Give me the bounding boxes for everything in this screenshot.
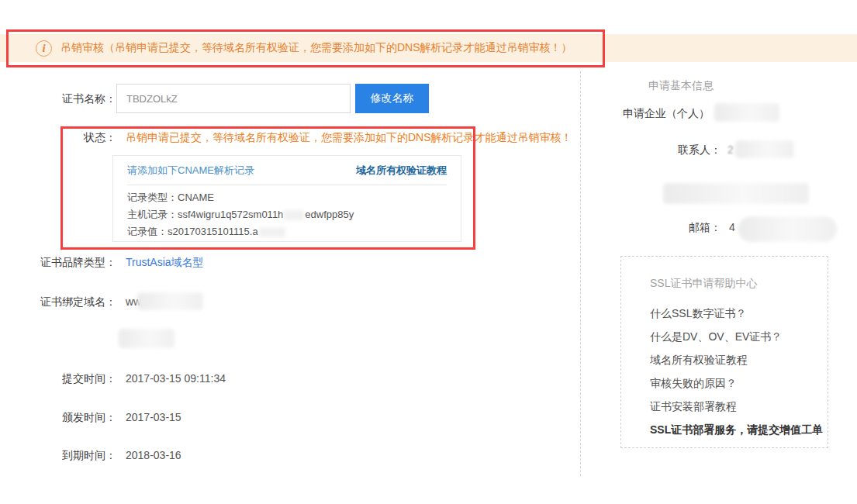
contact-value: 2 (727, 142, 734, 157)
help-link-what-is-ssl[interactable]: 什么SSL数字证书？ (650, 302, 828, 325)
status-text: 吊销申请已提交，等待域名所有权验证，您需要添加如下的DNS解析记录才能通过吊销审… (126, 129, 572, 145)
redacted-blur (284, 210, 304, 220)
banner-text: 吊销审核（吊销申请已提交，等待域名所有权验证，您需要添加如下的DNS解析记录才能… (60, 41, 572, 55)
redacted-blur (735, 140, 794, 158)
expire-time-label: 到期时间： (0, 447, 116, 463)
info-icon: i (36, 40, 52, 57)
revoke-review-banner: i 吊销审核（吊销申请已提交，等待域名所有权验证，您需要添加如下的DNS解析记录… (0, 34, 857, 62)
cert-name-label: 证书名称： (0, 91, 116, 106)
redacted-blur (738, 216, 837, 242)
help-link-install-deploy[interactable]: 证书安装部署教程 (650, 395, 828, 418)
brand-type-label: 证书品牌类型： (0, 254, 116, 270)
help-link-deploy-service[interactable]: SSL证书部署服务，请提交增值工单 (650, 418, 828, 441)
help-center-title: SSL证书申请帮助中心 (650, 275, 828, 291)
help-link-review-failure[interactable]: 审核失败的原因？ (650, 371, 828, 395)
issue-time-label: 颁发时间： (0, 409, 116, 425)
basic-info-title: 申请基本信息 (648, 78, 714, 93)
domain-verify-tutorial-link[interactable]: 域名所有权验证教程 (356, 164, 447, 178)
cname-box-title[interactable]: 请添加如下CNAME解析记录 (127, 164, 254, 178)
cname-record-box: 请添加如下CNAME解析记录 域名所有权验证教程 记录类型：CNAME 主机记录… (112, 155, 461, 242)
email-value: 4 (729, 219, 735, 235)
help-link-domain-verify[interactable]: 域名所有权验证教程 (650, 348, 828, 371)
cert-name-input[interactable] (116, 84, 351, 113)
submit-time-value: 2017-03-15 09:11:34 (126, 371, 226, 386)
help-center-box: SSL证书申请帮助中心 什么SSL数字证书？ 什么是DV、OV、EV证书？ 域名… (620, 256, 828, 448)
submit-time-label: 提交时间： (0, 371, 116, 386)
help-link-dv-ov-ev[interactable]: 什么是DV、OV、EV证书？ (650, 325, 828, 348)
contact-label: 联系人： (605, 142, 721, 157)
host-record-row: 主机记录：ssf4wigru1q572sm011hedwfpp85y (127, 206, 447, 223)
status-label: 状态： (0, 129, 116, 145)
redacted-blur (663, 183, 809, 204)
brand-type-link[interactable]: TrustAsia域名型 (126, 254, 204, 270)
redacted-blur (119, 329, 175, 348)
email-label: 邮箱： (605, 219, 721, 235)
record-type-row: 记录类型：CNAME (127, 189, 447, 206)
redacted-blur (259, 227, 285, 237)
section-divider (580, 71, 581, 476)
bound-domain-label: 证书绑定域名： (0, 294, 116, 309)
redacted-blur (137, 292, 203, 310)
applicant-label: 申请企业（个人） (623, 105, 710, 121)
redacted-blur (714, 103, 779, 122)
expire-time-value: 2018-03-16 (126, 447, 181, 463)
rename-button[interactable]: 修改名称 (355, 84, 429, 113)
issue-time-value: 2017-03-15 (126, 409, 181, 425)
record-value-row: 记录值：s20170315101115.a (127, 223, 447, 240)
